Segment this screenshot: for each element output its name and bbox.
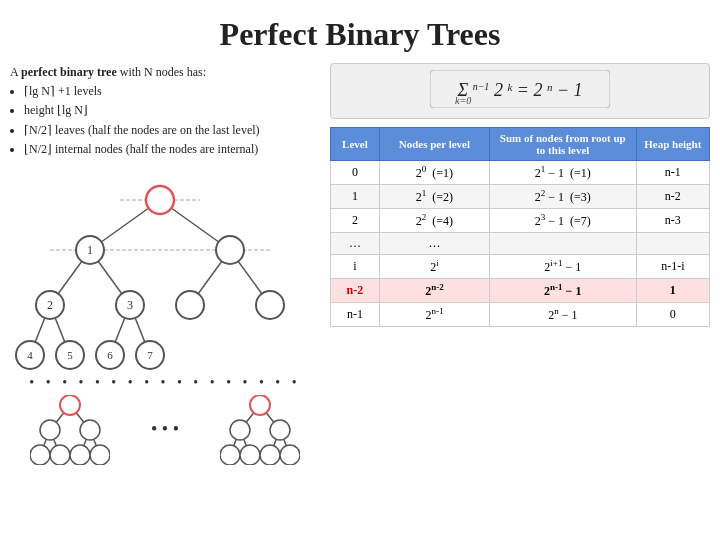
cell-level: n-1 [331,303,380,327]
svg-point-54 [260,445,280,465]
cell-heap: n-1-i [636,255,709,279]
svg-text:5: 5 [67,349,73,361]
cell-level: n-2 [331,279,380,303]
left-panel: A perfect binary tree with N nodes has: … [10,63,320,465]
cell-sum: 22 − 1 (=3) [489,185,636,209]
cell-sum: 23 − 1 (=7) [489,209,636,233]
cell-heap: n-3 [636,209,709,233]
header-heap: Heap height [636,128,709,161]
svg-point-52 [220,445,240,465]
table-row: … … [331,233,710,255]
svg-text:2: 2 [47,298,53,312]
bullet-2: height ⌊lg N⌋ [24,101,320,120]
svg-point-53 [240,445,260,465]
cell-sum: 21 − 1 (=1) [489,161,636,185]
svg-point-50 [230,420,250,440]
svg-point-36 [60,395,80,415]
description: A perfect binary tree with N nodes has: … [10,63,320,159]
cell-nodes: … [379,233,489,255]
svg-point-37 [40,420,60,440]
bullet-4: ⌊N/2⌋ internal nodes (half the nodes are… [24,140,320,159]
bottom-tree-right [220,395,300,465]
cell-sum: 2n − 1 [489,303,636,327]
header-level: Level [331,128,380,161]
bullet-1: ⌈lg N⌉ +1 levels [24,82,320,101]
cell-sum: 2i+1 − 1 [489,255,636,279]
svg-text:4: 4 [27,349,33,361]
formula-box: Σ n−1 2 k = 2 n − 1 k=0 [330,63,710,119]
cell-nodes: 22 (=4) [379,209,489,233]
table-row: i 2i 2i+1 − 1 n-1-i [331,255,710,279]
svg-text:3: 3 [127,298,133,312]
right-panel: Σ n−1 2 k = 2 n − 1 k=0 Level Nodes per … [330,63,710,465]
cell-level: 2 [331,209,380,233]
table-row: 2 22 (=4) 23 − 1 (=7) n-3 [331,209,710,233]
svg-point-15 [216,236,244,264]
svg-text:7: 7 [147,349,153,361]
data-table: Level Nodes per level Sum of nodes from … [330,127,710,327]
description-intro: A perfect binary tree with N nodes has: [10,63,320,82]
svg-point-51 [270,420,290,440]
table-row: 1 21 (=2) 22 − 1 (=3) n-2 [331,185,710,209]
svg-text:1: 1 [87,243,93,257]
cell-nodes: 2n-1 [379,303,489,327]
cell-level: i [331,255,380,279]
svg-point-40 [50,445,70,465]
svg-point-20 [176,291,204,319]
cell-sum: 2n-1 − 1 [489,279,636,303]
svg-point-55 [280,445,300,465]
cell-nodes: 2i [379,255,489,279]
cell-heap: n-1 [636,161,709,185]
page-title: Perfect Binary Trees [0,0,720,63]
table-row: 0 20 (=1) 21 − 1 (=1) n-1 [331,161,710,185]
cell-level: 1 [331,185,380,209]
cell-nodes: 2n-2 [379,279,489,303]
cell-nodes: 20 (=1) [379,161,489,185]
bullet-3: ⌈N/2⌉ leaves (half the nodes are on the … [24,121,320,140]
cell-level: … [331,233,380,255]
header-sum: Sum of nodes from root up to this level [489,128,636,161]
cell-sum [489,233,636,255]
svg-point-12 [146,186,174,214]
svg-point-41 [70,445,90,465]
table-row: n-1 2n-1 2n − 1 0 [331,303,710,327]
cell-heap [636,233,709,255]
cell-heap: 1 [636,279,709,303]
svg-point-42 [90,445,110,465]
table-row-highlight: n-2 2n-2 2n-1 − 1 1 [331,279,710,303]
cell-level: 0 [331,161,380,185]
svg-text:6: 6 [107,349,113,361]
tree-diagram: 1 2 3 4 5 6 7 [10,165,310,385]
cell-heap: n-2 [636,185,709,209]
svg-point-39 [30,445,50,465]
svg-text:k=0: k=0 [455,95,471,106]
header-nodes: Nodes per level [379,128,489,161]
svg-point-21 [256,291,284,319]
bottom-tree-left [30,395,110,465]
cell-nodes: 21 (=2) [379,185,489,209]
cell-heap: 0 [636,303,709,327]
svg-point-49 [250,395,270,415]
svg-point-38 [80,420,100,440]
